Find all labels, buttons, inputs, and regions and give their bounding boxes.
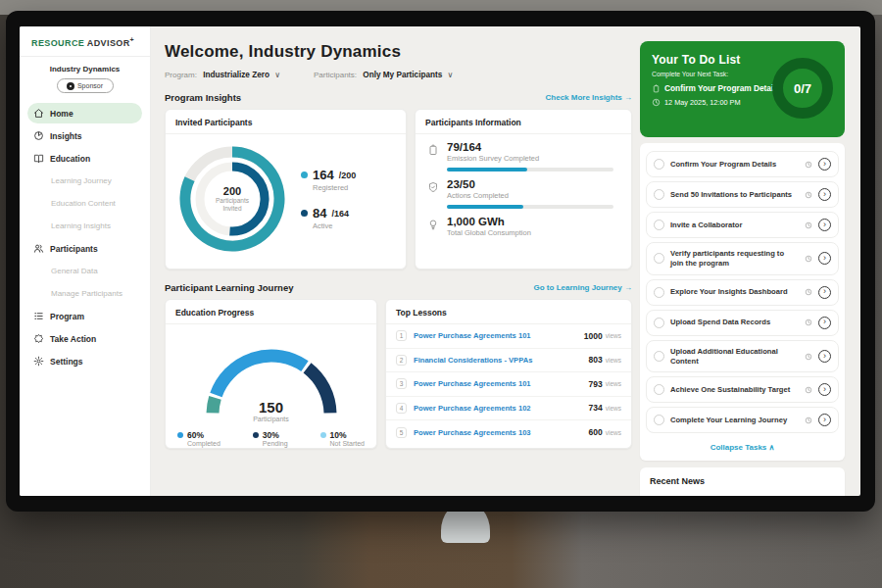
learning-journey-title: Participant Learning Journey — [165, 282, 293, 293]
legend-dot-icon — [301, 172, 308, 178]
task-row-complete-your-learning-journey[interactable]: Complete Your Learning Journey › — [646, 407, 839, 433]
legend-pct: 30% — [263, 430, 279, 440]
lesson-rank-badge: 5 — [396, 427, 407, 438]
sidebar-item-label: Settings — [50, 357, 83, 367]
task-checkbox[interactable] — [654, 253, 664, 264]
lesson-views: 600 — [589, 427, 603, 437]
education-icon — [33, 153, 44, 164]
info-label: Actions Completed — [447, 191, 613, 200]
gauge-center-label: Participants — [188, 416, 355, 422]
lesson-link[interactable]: Power Purchase Agreements 101 — [414, 379, 589, 388]
lesson-rank-badge: 3 — [396, 378, 407, 389]
clock-icon — [805, 353, 812, 361]
sidebar-item-education[interactable]: Education — [27, 148, 142, 169]
sidebar-item-home[interactable]: Home — [27, 103, 142, 123]
task-row-upload-spend-data-records[interactable]: Upload Spend Data Records › — [646, 310, 839, 336]
sidebar-item-education-content[interactable]: Education Content — [27, 193, 142, 214]
program-insights-title: Program Insights — [165, 92, 241, 103]
lesson-link[interactable]: Power Purchase Agreements 103 — [414, 428, 589, 437]
task-label: Confirm Your Program Details — [670, 160, 799, 170]
clipboard-icon — [427, 144, 439, 156]
task-row-verify-participants-requesting-to-join-t[interactable]: Verify participants requesting to join t… — [646, 242, 839, 275]
task-chevron-button[interactable]: › — [818, 350, 831, 363]
settings-icon — [33, 356, 44, 367]
sidebar-item-general-data[interactable]: General Data — [27, 261, 142, 281]
task-checkbox[interactable] — [654, 220, 664, 230]
legend-pct: 60% — [187, 430, 204, 440]
info-label: Total Global Consumption — [447, 228, 531, 237]
lesson-views-suffix: views — [606, 357, 621, 364]
lesson-link[interactable]: Power Purchase Agreements 101 — [414, 331, 584, 340]
task-chevron-button[interactable]: › — [818, 252, 831, 265]
go-to-learning-journey-link[interactable]: Go to Learning Journey → — [534, 283, 632, 292]
sidebar-item-label: Participants — [50, 244, 98, 254]
lesson-rank-badge: 4 — [396, 403, 407, 414]
task-label: Explore Your Insights Dashboard — [670, 287, 799, 297]
chevron-down-icon: ∨ — [274, 71, 280, 79]
sidebar-item-insights[interactable]: Insights — [27, 125, 142, 146]
task-row-send-50-invitations-to-participants[interactable]: Send 50 Invitations to Participants › — [646, 181, 839, 208]
participants-dropdown[interactable]: Participants: Only My Participants ∨ — [314, 71, 453, 79]
task-chevron-button[interactable]: › — [818, 219, 831, 231]
sidebar-item-take-action[interactable]: Take Action — [27, 328, 142, 349]
task-chevron-button[interactable]: › — [818, 158, 831, 171]
resource-advisor-logo: RESOURCE ADVISOR+ — [27, 36, 142, 48]
task-row-achieve-one-sustainability-target[interactable]: Achieve One Sustainability Target › — [646, 376, 839, 403]
legend-label: Not Started — [330, 440, 365, 447]
task-chevron-button[interactable]: › — [818, 383, 831, 396]
sidebar-item-label: Learning Journey — [51, 176, 112, 185]
task-checkbox[interactable] — [654, 415, 664, 425]
task-chevron-button[interactable]: › — [818, 317, 831, 329]
sidebar-item-label: Program — [50, 312, 84, 321]
chevron-down-icon: ∨ — [448, 71, 454, 79]
check-more-insights-link[interactable]: Check More Insights → — [546, 93, 632, 102]
task-checkbox[interactable] — [654, 318, 664, 328]
legend-label: Active — [313, 221, 356, 230]
task-row-confirm-your-program-details[interactable]: Confirm Your Program Details › — [646, 151, 839, 177]
collapse-tasks-link[interactable]: Collapse Tasks ∧ — [646, 437, 839, 457]
lesson-row: 2 Financial Considerations - VPPAs 803 v… — [386, 349, 631, 373]
legend-value: 164 — [313, 168, 334, 182]
clock-icon — [805, 416, 812, 424]
legend-label: Registered — [313, 183, 356, 192]
sponsor-badge: Sponsor — [57, 78, 114, 93]
clock-icon — [805, 161, 812, 169]
lesson-rank-badge: 2 — [396, 355, 407, 366]
task-row-explore-your-insights-dashboard[interactable]: Explore Your Insights Dashboard › — [646, 279, 839, 306]
sidebar-item-learning-journey[interactable]: Learning Journey — [27, 171, 142, 191]
task-chevron-button[interactable]: › — [818, 286, 831, 299]
task-checkbox[interactable] — [654, 159, 664, 170]
legend-max: /164 — [331, 209, 349, 219]
sidebar-item-participants[interactable]: Participants — [27, 238, 142, 259]
task-row-invite-a-collaborator[interactable]: Invite a Collaborator › — [646, 212, 839, 238]
invited-participants-card: Invited Participants 200 Participants In… — [165, 109, 407, 270]
task-row-upload-additional-educational-content[interactable]: Upload Additional Educational Content › — [646, 340, 839, 373]
sidebar-item-settings[interactable]: Settings — [27, 351, 142, 371]
donut-legend-entry: 164/200 Registered — [301, 168, 356, 192]
insights-icon — [33, 130, 44, 141]
task-checkbox[interactable] — [654, 189, 664, 200]
lesson-views: 734 — [589, 403, 603, 413]
top-lessons-card: Top Lessons 1 Power Purchase Agreements … — [385, 299, 632, 449]
logo-advisor: ADVISOR — [87, 38, 130, 48]
task-label: Achieve One Sustainability Target — [670, 385, 799, 395]
lesson-link[interactable]: Financial Considerations - VPPAs — [414, 356, 589, 365]
logo-resource: RESOURCE — [31, 38, 84, 48]
program-dropdown[interactable]: Program: Industrialize Zero ∨ — [165, 71, 280, 79]
sidebar-item-learning-insights[interactable]: Learning Insights — [27, 216, 142, 236]
task-checkbox[interactable] — [654, 287, 664, 298]
task-checkbox[interactable] — [654, 384, 664, 395]
sponsor-badge-icon — [67, 82, 74, 90]
todo-count: 0/7 — [794, 81, 811, 96]
lesson-link[interactable]: Power Purchase Agreements 102 — [414, 404, 589, 413]
task-chevron-button[interactable]: › — [818, 414, 831, 426]
sidebar-nav: Home Insights Education Learning Journey… — [27, 103, 142, 371]
home-icon — [33, 108, 44, 119]
sidebar-item-manage-participants[interactable]: Manage Participants — [27, 283, 142, 304]
task-chevron-button[interactable]: › — [818, 188, 831, 201]
page-title: Welcome, Industry Dynamics — [165, 42, 633, 62]
info-row: 1,000 GWh Total Global Consumption — [416, 209, 631, 237]
task-checkbox[interactable] — [654, 351, 664, 362]
legend-max: /200 — [339, 171, 357, 180]
sidebar-item-program[interactable]: Program — [27, 306, 142, 326]
